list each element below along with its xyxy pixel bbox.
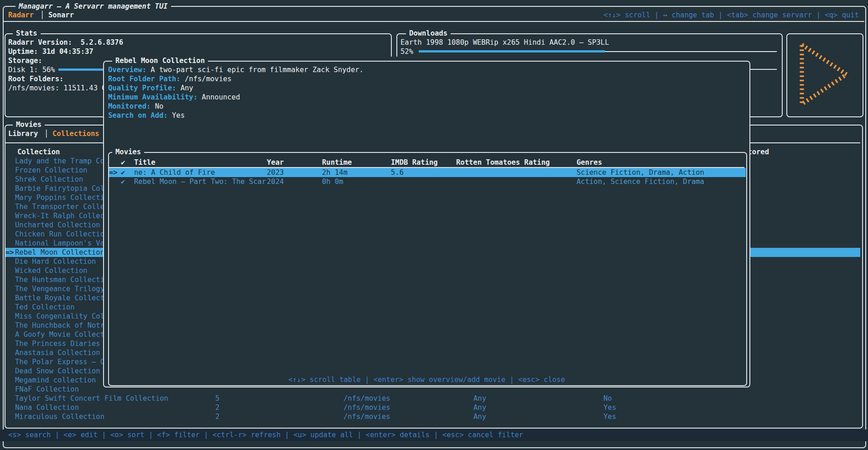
- download-item-name: Earth 1998 1080p WEBRip x265 Hindi AAC2.…: [400, 38, 609, 47]
- popup-movie-cell-check: ✔: [121, 177, 125, 186]
- stats-panel-title: Stats: [13, 29, 41, 38]
- collection-row[interactable]: The Huntsman Collecti: [15, 275, 104, 284]
- collection-row[interactable]: A Goofy Movie Collect: [15, 330, 104, 339]
- popup-title: Rebel Moon Collection: [112, 56, 208, 65]
- tab-library[interactable]: Library: [8, 129, 38, 138]
- popup-field-label: Root Folder Path:: [108, 75, 181, 83]
- popup-field: Search on Add: Yes: [108, 111, 185, 120]
- collection-row[interactable]: Wreck-It Ralph Collec: [15, 211, 104, 220]
- popup-col-year: Year: [267, 158, 284, 167]
- popup-movies-subpanel-title: Movies: [112, 147, 144, 157]
- popup-field: Minimum Availability: Announced: [108, 93, 240, 102]
- bottom-keybind-hints: <s> search | <e> edit | <o> sort | <f> f…: [8, 430, 523, 440]
- collection-row[interactable]: FNaF Collection: [15, 385, 79, 394]
- collection-row[interactable]: Mary Poppins Collecti: [15, 193, 104, 202]
- collection-row[interactable]: Frozen Collection: [15, 166, 88, 175]
- popup-field-label: Quality Profile:: [108, 84, 176, 92]
- collection-cell-search-on-add: No: [603, 394, 612, 403]
- popup-col-runtime: Runtime: [322, 158, 352, 167]
- tabs-underline: [4, 21, 864, 22]
- collection-row[interactable]: The Transporter Colle: [15, 202, 104, 211]
- popup-movie-cell-runtime: 0h 0m: [322, 177, 343, 186]
- popup-movies-subpanel: [108, 152, 747, 386]
- downloads-panel-title: Downloads: [406, 29, 451, 38]
- popup-movie-cell-genres: Action, Science Fiction, Drama: [577, 177, 704, 186]
- popup-col-check: ✔: [121, 158, 125, 167]
- collection-row[interactable]: Chicken Run Collectio: [15, 230, 104, 239]
- popup-field: Root Folder Path: /nfs/movies: [108, 74, 232, 84]
- collection-cell-quality-profile: Any: [473, 394, 486, 403]
- collection-row[interactable]: Anastasia Collection: [15, 348, 100, 357]
- collection-row[interactable]: Lady and the Tramp Co: [15, 157, 104, 166]
- collection-cell-quality-profile: Any: [473, 403, 486, 412]
- stats-root-folder-value: /nfs/movies: 11511.43 GB: [8, 84, 110, 93]
- collection-cell-movies: 2: [215, 412, 219, 421]
- popup-col-genres: Genres: [577, 158, 602, 167]
- popup-field-value: Yes: [168, 111, 185, 120]
- popup-field-value: Any: [176, 84, 193, 92]
- collection-row[interactable]: Uncharted Collection: [15, 220, 100, 230]
- app-title: Managarr – A Servarr management TUI: [16, 2, 171, 11]
- popup-field-label: Minimum Availability:: [108, 93, 198, 101]
- popup-movie-cell-check: ✔: [121, 168, 125, 177]
- collection-row[interactable]: National Lampoon's Va: [15, 239, 104, 248]
- stats-root-folders-label: Root Folders:: [8, 74, 63, 84]
- popup-col-title: Title: [134, 158, 156, 167]
- stats-uptime: Uptime: 31d 04:35:37: [8, 47, 94, 56]
- popup-field-value: Announced: [198, 93, 240, 101]
- collection-cell-root-folder: /nfs/movies: [343, 394, 390, 403]
- collection-row[interactable]: The Vengeance Trilogy: [15, 284, 104, 293]
- collection-cell-movies: 2: [215, 403, 219, 412]
- collection-cell-quality-profile: Any: [473, 412, 486, 421]
- popup-movie-cell-genres: Science Fiction, Drama, Action: [577, 168, 704, 177]
- popup-field-value: A two-part sci-fi epic from filmmaker Za…: [146, 66, 364, 74]
- selection-arrow: =>: [5, 248, 14, 257]
- collection-cell-search-on-add: Yes: [603, 412, 616, 421]
- collection-row[interactable]: Barbie Fairytopia Col: [15, 184, 104, 193]
- popup-movie-cell-year: 2024: [267, 177, 284, 186]
- collection-row[interactable]: Dead Snow Collection: [15, 366, 100, 376]
- movies-panel-title: Movies: [13, 120, 45, 129]
- collection-cell-movies: 5: [215, 394, 219, 403]
- collection-cell-search-on-add: Yes: [603, 403, 616, 412]
- popup-movie-cell-title[interactable]: ne: A Child of Fire: [134, 168, 215, 177]
- stats-storage-label: Storage:: [8, 56, 42, 65]
- collection-row[interactable]: Shrek Collection: [15, 175, 83, 184]
- tab-sonarr[interactable]: Sonarr: [48, 10, 74, 20]
- popup-col-imdb: IMDB Rating: [391, 158, 438, 167]
- popup-movie-cell-imdb: 5.6: [391, 168, 404, 177]
- popup-col-rt: Rotten Tomatoes Rating: [456, 158, 550, 167]
- popup-field-value: No: [151, 102, 163, 110]
- popup-field-label: Overview:: [108, 66, 146, 74]
- collection-row[interactable]: Die Hard Collection: [15, 257, 96, 266]
- collections-header-collection: Collection: [17, 147, 60, 157]
- managarr-app: Managarr – A Servarr management TUI <↑↓>…: [0, 0, 868, 450]
- collection-row[interactable]: The Princess Diaries: [15, 339, 100, 348]
- collection-row[interactable]: Ted Collection: [15, 303, 75, 312]
- collection-row[interactable]: Miraculous Collection: [15, 412, 104, 421]
- stats-disk-label: Disk 1: 56%: [8, 65, 55, 74]
- popup-field-label: Search on Add:: [108, 111, 168, 120]
- managarr-logo: [795, 40, 853, 110]
- popup-field-value: /nfs/movies: [181, 75, 232, 83]
- collection-row[interactable]: Wicked Collection: [15, 266, 88, 275]
- collection-row[interactable]: The Hunchback of Notr: [15, 321, 104, 330]
- popup-movie-cell-year: 2023: [267, 168, 284, 177]
- collection-row[interactable]: Nana Collection: [15, 403, 79, 412]
- collection-row[interactable]: Taylor Swift Concert Film Collection: [15, 394, 168, 403]
- collection-row[interactable]: Rebel Moon Collection: [15, 248, 104, 257]
- popup-selection-arrow: =>: [109, 168, 118, 177]
- tab-radarr[interactable]: Radarr: [8, 10, 34, 20]
- collection-cell-root-folder: /nfs/movies: [343, 403, 390, 412]
- collection-row[interactable]: Battle Royale Collect: [15, 293, 104, 303]
- collection-cell-root-folder: /nfs/movies: [343, 412, 390, 421]
- stats-version: Radarr Version: 5.2.6.8376: [8, 38, 123, 47]
- collection-row[interactable]: Megamind collection: [15, 376, 96, 385]
- tab-collections[interactable]: Collections: [52, 129, 99, 138]
- download-item-percent: 52%: [400, 47, 413, 56]
- popup-movie-cell-title[interactable]: Rebel Moon – Part Two: The Scar: [134, 177, 266, 186]
- popup-field: Monitored: No: [108, 102, 163, 111]
- collection-row[interactable]: Miss Congeniality Col: [15, 312, 104, 321]
- popup-movie-cell-runtime: 2h 14m: [322, 168, 348, 177]
- collection-row[interactable]: The Polar Express – C: [15, 357, 104, 366]
